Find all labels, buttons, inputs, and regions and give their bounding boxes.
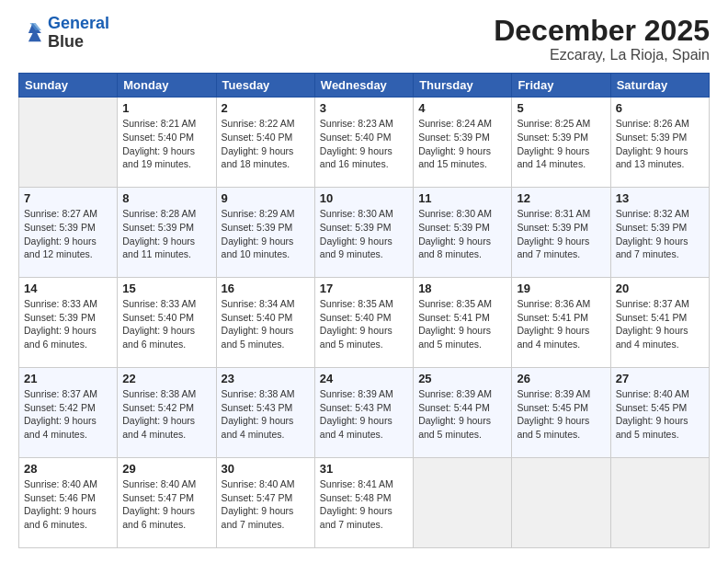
calendar-cell: 22Sunrise: 8:38 AMSunset: 5:42 PMDayligh… — [118, 368, 216, 458]
calendar-cell: 8Sunrise: 8:28 AMSunset: 5:39 PMDaylight… — [118, 188, 216, 278]
weekday-header: Tuesday — [216, 74, 314, 98]
calendar-week: 21Sunrise: 8:37 AMSunset: 5:42 PMDayligh… — [19, 368, 710, 458]
weekday-row: SundayMondayTuesdayWednesdayThursdayFrid… — [19, 74, 710, 98]
weekday-header: Saturday — [610, 74, 709, 98]
calendar-cell: 17Sunrise: 8:35 AMSunset: 5:40 PMDayligh… — [314, 278, 413, 368]
day-number: 4 — [418, 101, 506, 115]
day-number: 5 — [517, 101, 605, 115]
day-number: 29 — [122, 462, 210, 476]
calendar-cell: 9Sunrise: 8:29 AMSunset: 5:39 PMDaylight… — [216, 188, 314, 278]
day-number: 31 — [320, 462, 408, 476]
day-number: 28 — [24, 462, 112, 476]
day-info: Sunrise: 8:23 AMSunset: 5:40 PMDaylight:… — [320, 117, 408, 171]
day-info: Sunrise: 8:37 AMSunset: 5:41 PMDaylight:… — [616, 297, 704, 351]
calendar-cell: 10Sunrise: 8:30 AMSunset: 5:39 PMDayligh… — [314, 188, 413, 278]
day-number: 1 — [122, 101, 210, 115]
day-info: Sunrise: 8:26 AMSunset: 5:39 PMDaylight:… — [616, 117, 704, 171]
calendar-cell: 11Sunrise: 8:30 AMSunset: 5:39 PMDayligh… — [414, 188, 512, 278]
weekday-header: Sunday — [19, 74, 118, 98]
weekday-header: Friday — [512, 74, 610, 98]
calendar-cell: 5Sunrise: 8:25 AMSunset: 5:39 PMDaylight… — [512, 98, 610, 188]
calendar-cell: 3Sunrise: 8:23 AMSunset: 5:40 PMDaylight… — [314, 98, 413, 188]
calendar-cell: 19Sunrise: 8:36 AMSunset: 5:41 PMDayligh… — [512, 278, 610, 368]
logo-text: General Blue — [48, 15, 109, 52]
day-number: 8 — [122, 191, 210, 205]
day-number: 6 — [616, 101, 704, 115]
day-number: 27 — [616, 372, 704, 385]
day-number: 10 — [320, 191, 408, 205]
day-info: Sunrise: 8:28 AMSunset: 5:39 PMDaylight:… — [122, 207, 210, 261]
calendar-cell: 29Sunrise: 8:40 AMSunset: 5:47 PMDayligh… — [118, 458, 216, 548]
weekday-header: Monday — [118, 74, 216, 98]
weekday-header: Thursday — [414, 74, 512, 98]
day-number: 25 — [418, 372, 506, 385]
day-info: Sunrise: 8:37 AMSunset: 5:42 PMDaylight:… — [24, 387, 112, 442]
day-info: Sunrise: 8:33 AMSunset: 5:40 PMDaylight:… — [122, 297, 210, 351]
day-info: Sunrise: 8:29 AMSunset: 5:39 PMDaylight:… — [222, 207, 310, 261]
calendar-cell: 20Sunrise: 8:37 AMSunset: 5:41 PMDayligh… — [610, 278, 709, 368]
calendar-cell: 26Sunrise: 8:39 AMSunset: 5:45 PMDayligh… — [512, 368, 610, 458]
day-info: Sunrise: 8:31 AMSunset: 5:39 PMDaylight:… — [517, 207, 605, 261]
day-number: 3 — [320, 101, 408, 115]
day-number: 26 — [517, 372, 605, 385]
day-info: Sunrise: 8:32 AMSunset: 5:39 PMDaylight:… — [616, 207, 704, 261]
calendar-cell: 23Sunrise: 8:38 AMSunset: 5:43 PMDayligh… — [216, 368, 314, 458]
day-info: Sunrise: 8:33 AMSunset: 5:39 PMDaylight:… — [24, 297, 112, 351]
calendar-cell: 1Sunrise: 8:21 AMSunset: 5:40 PMDaylight… — [118, 98, 216, 188]
day-info: Sunrise: 8:22 AMSunset: 5:40 PMDaylight:… — [222, 117, 310, 171]
day-number: 24 — [320, 372, 408, 385]
calendar-cell: 14Sunrise: 8:33 AMSunset: 5:39 PMDayligh… — [19, 278, 118, 368]
day-number: 20 — [616, 282, 704, 295]
day-info: Sunrise: 8:21 AMSunset: 5:40 PMDaylight:… — [122, 117, 210, 171]
calendar-cell: 31Sunrise: 8:41 AMSunset: 5:48 PMDayligh… — [314, 458, 413, 548]
calendar-week: 1Sunrise: 8:21 AMSunset: 5:40 PMDaylight… — [19, 98, 710, 188]
calendar-cell: 21Sunrise: 8:37 AMSunset: 5:42 PMDayligh… — [19, 368, 118, 458]
day-number: 17 — [320, 282, 408, 295]
day-number: 11 — [418, 191, 506, 205]
logo-icon — [18, 20, 44, 46]
day-info: Sunrise: 8:35 AMSunset: 5:41 PMDaylight:… — [418, 297, 506, 351]
logo: General Blue — [18, 15, 109, 52]
day-number: 2 — [222, 101, 310, 115]
calendar-cell: 15Sunrise: 8:33 AMSunset: 5:40 PMDayligh… — [118, 278, 216, 368]
calendar-cell: 13Sunrise: 8:32 AMSunset: 5:39 PMDayligh… — [610, 188, 709, 278]
page: General Blue December 2025 Ezcaray, La R… — [0, 0, 728, 563]
day-number: 19 — [517, 282, 605, 295]
weekday-header: Wednesday — [314, 74, 413, 98]
calendar-cell: 16Sunrise: 8:34 AMSunset: 5:40 PMDayligh… — [216, 278, 314, 368]
calendar-cell: 25Sunrise: 8:39 AMSunset: 5:44 PMDayligh… — [414, 368, 512, 458]
day-info: Sunrise: 8:36 AMSunset: 5:41 PMDaylight:… — [517, 297, 605, 351]
day-info: Sunrise: 8:30 AMSunset: 5:39 PMDaylight:… — [320, 207, 408, 261]
day-number: 12 — [517, 191, 605, 205]
calendar-cell: 24Sunrise: 8:39 AMSunset: 5:43 PMDayligh… — [314, 368, 413, 458]
day-info: Sunrise: 8:38 AMSunset: 5:43 PMDaylight:… — [222, 387, 310, 442]
calendar-cell: 2Sunrise: 8:22 AMSunset: 5:40 PMDaylight… — [216, 98, 314, 188]
day-number: 30 — [222, 462, 310, 476]
calendar-week: 28Sunrise: 8:40 AMSunset: 5:46 PMDayligh… — [19, 458, 710, 548]
day-number: 23 — [222, 372, 310, 385]
calendar-cell — [19, 98, 118, 188]
day-info: Sunrise: 8:41 AMSunset: 5:48 PMDaylight:… — [320, 477, 408, 532]
day-info: Sunrise: 8:39 AMSunset: 5:45 PMDaylight:… — [517, 387, 605, 442]
day-number: 21 — [24, 372, 112, 385]
day-info: Sunrise: 8:30 AMSunset: 5:39 PMDaylight:… — [418, 207, 506, 261]
day-info: Sunrise: 8:25 AMSunset: 5:39 PMDaylight:… — [517, 117, 605, 171]
header: General Blue December 2025 Ezcaray, La R… — [18, 15, 710, 63]
title-block: December 2025 Ezcaray, La Rioja, Spain — [494, 15, 710, 63]
month-title: December 2025 — [494, 15, 710, 47]
calendar-week: 14Sunrise: 8:33 AMSunset: 5:39 PMDayligh… — [19, 278, 710, 368]
day-info: Sunrise: 8:40 AMSunset: 5:46 PMDaylight:… — [24, 477, 112, 532]
calendar-cell: 7Sunrise: 8:27 AMSunset: 5:39 PMDaylight… — [19, 188, 118, 278]
calendar-week: 7Sunrise: 8:27 AMSunset: 5:39 PMDaylight… — [19, 188, 710, 278]
day-info: Sunrise: 8:34 AMSunset: 5:40 PMDaylight:… — [222, 297, 310, 351]
day-info: Sunrise: 8:24 AMSunset: 5:39 PMDaylight:… — [418, 117, 506, 171]
calendar-cell — [610, 458, 709, 548]
location: Ezcaray, La Rioja, Spain — [494, 47, 710, 63]
day-info: Sunrise: 8:27 AMSunset: 5:39 PMDaylight:… — [24, 207, 112, 261]
day-info: Sunrise: 8:38 AMSunset: 5:42 PMDaylight:… — [122, 387, 210, 442]
calendar-cell: 28Sunrise: 8:40 AMSunset: 5:46 PMDayligh… — [19, 458, 118, 548]
day-info: Sunrise: 8:40 AMSunset: 5:45 PMDaylight:… — [616, 387, 704, 442]
calendar-cell: 18Sunrise: 8:35 AMSunset: 5:41 PMDayligh… — [414, 278, 512, 368]
day-number: 13 — [616, 191, 704, 205]
calendar-cell — [512, 458, 610, 548]
